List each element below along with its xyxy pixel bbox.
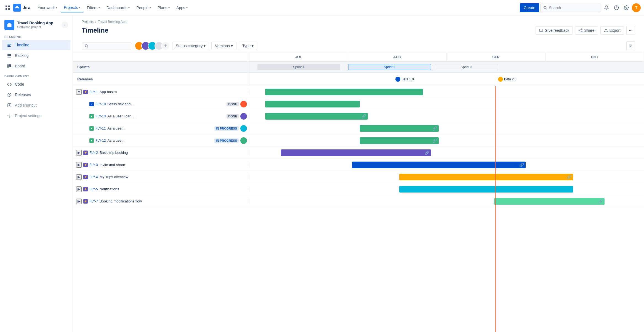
type-filter[interactable]: Type ▾ [239, 42, 257, 50]
fly11-avatar [240, 125, 247, 132]
nav-people[interactable]: People ▾ [134, 3, 154, 12]
fly10-key[interactable]: FLY-10 [95, 102, 106, 106]
breadcrumb-project[interactable]: Travel Booking App [98, 20, 127, 24]
chevron-down-icon: ▾ [168, 6, 170, 9]
fly13-key[interactable]: FLY-13 [95, 114, 106, 118]
sliders-icon [629, 44, 633, 48]
fly3-bar-area: 🔗 [249, 159, 644, 171]
beta2-release[interactable]: Beta 2.0 [498, 77, 517, 82]
sidebar-item-board[interactable]: Board [2, 61, 70, 71]
fly13-bar-area: 🔗 [249, 110, 644, 122]
notifications-button[interactable] [602, 3, 611, 12]
create-button[interactable]: Create [520, 3, 539, 12]
svg-point-31 [632, 30, 632, 31]
fly5-key[interactable]: FLY-5 [89, 187, 98, 191]
sidebar-item-code[interactable]: Code [2, 79, 70, 89]
fly2-expand-button[interactable]: ▶ [76, 150, 82, 156]
issue-row-fly3: ▶ ⚡ FLY-3 Invite and share 🔗 [73, 159, 644, 171]
share-button[interactable]: Share [575, 26, 598, 35]
fly12-key[interactable]: FLY-12 [95, 139, 106, 143]
search-box[interactable]: Search [540, 4, 601, 12]
svg-point-24 [579, 30, 580, 31]
nav-plans[interactable]: Plans ▾ [155, 3, 172, 12]
fly11-key[interactable]: FLY-11 [95, 127, 106, 130]
timeline-months: JUL AUG SEP OCT [249, 53, 644, 61]
fly5-type-icon: ⚡ [83, 187, 88, 191]
fly7-link-icon: 🔗 [598, 199, 603, 204]
nav-filters[interactable]: Filters ▾ [84, 3, 103, 12]
project-settings-button[interactable]: Project settings [2, 111, 70, 121]
fly3-expand-button[interactable]: ▶ [76, 162, 82, 168]
fly4-gantt-bar[interactable]: 🔗 [399, 174, 573, 180]
add-avatar-button[interactable]: + [161, 41, 170, 50]
sidebar-collapse-button[interactable]: ‹ [62, 22, 68, 28]
status-category-filter[interactable]: Status category ▾ [172, 42, 209, 50]
help-button[interactable] [612, 3, 621, 12]
fly10-name: Setup dev and ... [107, 102, 225, 106]
svg-point-39 [630, 46, 631, 47]
nav-apps[interactable]: Apps ▾ [174, 3, 190, 12]
releases-label: Releases [73, 73, 249, 86]
sidebar-item-backlog[interactable]: Backlog [2, 51, 70, 60]
fly5-gantt-bar[interactable] [399, 186, 573, 193]
versions-filter[interactable]: Versions ▾ [211, 42, 236, 50]
issue-left-fly1: ▾ ⚡ FLY-1 App basics [73, 89, 249, 95]
beta1-release[interactable]: Beta 1.0 [395, 77, 414, 82]
month-jul: JUL [249, 53, 348, 61]
sprint1-chip: Sprint 1 [257, 64, 340, 70]
more-options-button[interactable] [626, 26, 635, 35]
fly3-gantt-bar[interactable]: 🔗 [352, 162, 526, 168]
sidebar-item-releases[interactable]: Releases [2, 90, 70, 100]
svg-point-22 [9, 115, 10, 116]
issue-left-fly3: ▶ ⚡ FLY-3 Invite and share [73, 162, 249, 168]
export-button[interactable]: Export [600, 26, 624, 35]
grid-icon[interactable] [3, 3, 12, 12]
fly7-name: Booking modifications flow [100, 199, 247, 203]
give-feedback-button[interactable]: Give feedback [536, 26, 573, 35]
sprints-label: Sprints [73, 62, 249, 72]
nav-projects[interactable]: Projects ▾ [61, 3, 83, 12]
main-layout: Travel Booking App Software project ‹ PL… [0, 15, 644, 332]
fly1-key[interactable]: FLY-1 [89, 90, 98, 94]
fly1-gantt-bar[interactable] [265, 89, 423, 95]
sidebar-project-info: Travel Booking App Software project [17, 21, 59, 29]
svg-point-4 [544, 6, 546, 9]
project-icon [4, 20, 14, 30]
fly2-key[interactable]: FLY-2 [89, 151, 98, 155]
fly10-gantt-bar[interactable] [265, 101, 360, 107]
fly11-bar-area: 🔗 [249, 122, 644, 135]
sidebar-item-timeline[interactable]: Timeline [2, 40, 70, 50]
issue-left-fly4: ▶ ⚡ FLY-4 My Trips overview [73, 174, 249, 180]
fly4-expand-button[interactable]: ▶ [76, 174, 82, 180]
fly12-gantt-bar[interactable]: 🔗 [360, 137, 439, 144]
export-icon [604, 28, 608, 32]
jira-logo[interactable]: Jira [13, 4, 30, 12]
svg-point-29 [629, 30, 630, 31]
fly7-expand-button[interactable]: ▶ [76, 199, 82, 204]
fly2-gantt-bar[interactable]: 🔗 [281, 149, 431, 156]
svg-rect-0 [6, 6, 7, 7]
fly1-expand-button[interactable]: ▾ [76, 89, 82, 95]
fly12-status: IN PROGRESS [214, 138, 239, 143]
settings-button[interactable] [622, 3, 631, 12]
add-shortcut-button[interactable]: Add shortcut [2, 100, 70, 110]
fly11-gantt-bar[interactable]: 🔗 [360, 125, 439, 132]
breadcrumb-projects[interactable]: Projects [82, 20, 94, 24]
nav-dashboards[interactable]: Dashboards ▾ [104, 3, 133, 12]
project-type: Software project [17, 25, 59, 29]
fly7-key[interactable]: FLY-7 [89, 199, 98, 203]
view-settings-button[interactable] [626, 41, 635, 50]
fly7-gantt-bar[interactable]: 🔗 [494, 198, 605, 205]
fly3-key[interactable]: FLY-3 [89, 163, 98, 167]
fly13-avatar [240, 113, 247, 120]
fly5-expand-button[interactable]: ▶ [76, 186, 82, 192]
fly4-key[interactable]: FLY-4 [89, 175, 98, 179]
svg-rect-15 [7, 64, 9, 68]
toolbar-search[interactable] [82, 43, 131, 49]
user-avatar[interactable]: T [632, 3, 641, 12]
breadcrumb: Projects / Travel Booking App [73, 15, 644, 25]
fly13-gantt-bar[interactable]: 🔗 [265, 113, 368, 120]
nav-your-work[interactable]: Your work ▾ [35, 3, 60, 12]
svg-point-23 [581, 29, 582, 30]
sprint3-chip: Sprint 3 [435, 64, 498, 70]
